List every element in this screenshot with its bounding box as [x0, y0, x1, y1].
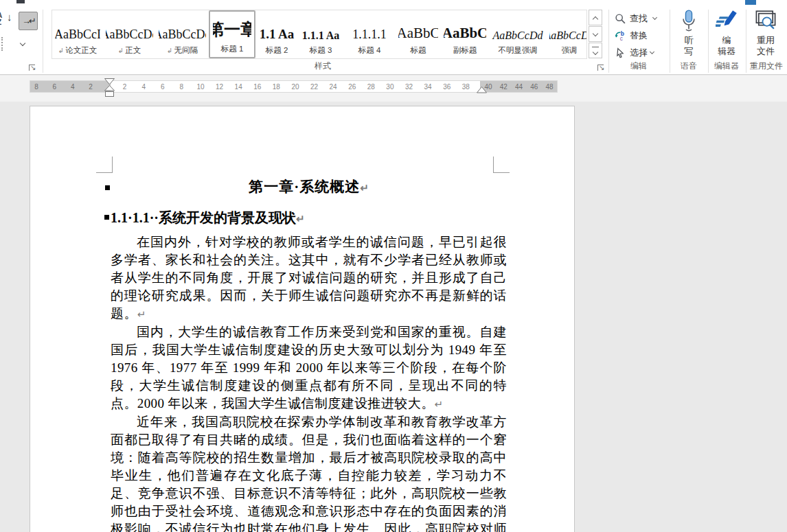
ruler-text-area: 2468101214161820222426283032343638 [111, 81, 480, 92]
style-item-subtitle[interactable]: AaBbC 副标题 [441, 10, 489, 58]
borders-split-button-partial[interactable] [0, 37, 26, 52]
show-hide-marks-toggle[interactable]: →↵ [19, 12, 38, 30]
right-indent-marker[interactable] [477, 86, 487, 93]
select-button[interactable]: 选择 [615, 45, 654, 61]
linked-style-icon: ↲ [118, 47, 124, 54]
chevron-down-icon [650, 49, 654, 54]
styles-group-label: 样式 [261, 60, 385, 72]
reuse-files-icon [754, 10, 777, 33]
editor-button[interactable]: 编 辑器 [709, 10, 744, 65]
gallery-scroll-down-button[interactable] [589, 26, 602, 42]
ruler-zone: 8642 2468101214161820222426283032343638 … [0, 76, 787, 102]
gallery-scroll-up-button[interactable] [589, 10, 602, 25]
search-icon [615, 13, 626, 25]
editor-group-label: 编辑器 [709, 60, 744, 72]
style-item-no-spacing[interactable]: AaBbCcDd ↲无间隔 [156, 10, 209, 58]
group-separator [43, 10, 43, 73]
launcher-arrow-icon: ↘ [599, 64, 604, 71]
ruler-right-margin: 4042444648 [480, 81, 557, 92]
editor-pen-icon [716, 10, 738, 33]
borders-icon [1, 37, 3, 51]
chevron-down-icon [593, 49, 598, 54]
style-item-heading3[interactable]: 1.1.1 Aa 标题 3 [298, 10, 343, 58]
reuse-files-group-label: 重用文件 [746, 60, 787, 72]
window-top-strip [0, 0, 787, 7]
style-item-thesis-body[interactable]: AaBbCcI ↲论文正文 [52, 10, 103, 58]
gallery-scroll-controls [589, 10, 602, 59]
group-separator [608, 10, 609, 73]
style-item-heading1-selected[interactable]: 第一章 标题 1 [209, 10, 255, 58]
chevron-up-icon [593, 16, 598, 21]
document-content[interactable]: 第一章·系统概述↵ 1.1·1.1··系统开发的背景及现状↵ 在国内外，针对学校… [30, 106, 575, 532]
document-page[interactable]: 第一章·系统概述↵ 1.1·1.1··系统开发的背景及现状↵ 在国内外，针对学校… [30, 106, 575, 532]
linked-style-icon: ↲ [58, 47, 64, 54]
replace-icon: b c [615, 30, 626, 42]
find-button[interactable]: 查找 [615, 10, 657, 27]
first-line-indent-marker[interactable] [104, 78, 115, 85]
body-paragraph[interactable]: 近年来，我国高职院校在探索办学体制改革和教育教学改革方面都已取得了有目共睹的成绩… [111, 413, 507, 532]
body-paragraphs: 在国内外，针对学校的教师或者学生的诚信问题，早已引起很多学者、家长和社会的关注。… [111, 233, 507, 532]
cursor-arrow-icon [615, 47, 626, 59]
document-canvas: 第一章·系统概述↵ 1.1·1.1··系统开发的背景及现状↵ 在国内外，针对学校… [0, 102, 787, 532]
style-item-body[interactable]: AaBbCcDd ↲正文 [103, 10, 156, 58]
body-paragraph[interactable]: 国内，大学生的诚信教育工作历来受到党和国家的重视。自建国后，我国大学生诚信制度建… [111, 323, 507, 413]
window-chrome-remnant [16, 0, 25, 3]
style-item-subtle-emphasis[interactable]: AaBbCcDd 不明显强调 [489, 10, 547, 58]
sort-icon[interactable]: AZ ↓ [0, 12, 16, 30]
hanging-indent-left-indent-marker[interactable] [104, 85, 115, 97]
style-item-title[interactable]: AaBbC 标题 [396, 10, 441, 58]
gallery-more-button[interactable] [589, 43, 602, 58]
paragraph-mark: ↵ [296, 213, 305, 224]
group-separator [670, 10, 670, 73]
chapter-title[interactable]: 第一章·系统概述↵ [111, 177, 507, 198]
launcher-arrow-icon: ↘ [30, 64, 36, 71]
style-item-heading2[interactable]: 1.1 Aa 标题 2 [255, 10, 298, 58]
style-item-heading4[interactable]: 1.1.1.1 标题 4 [343, 10, 396, 58]
svg-text:c: c [620, 35, 624, 42]
paragraph-dialog-launcher[interactable]: ↘ [29, 65, 37, 73]
styles-gallery: AaBbCcI ↲论文正文 AaBbCcDd ↲正文 AaBbCcDd ↲无间隔… [52, 10, 587, 59]
microphone-icon [678, 10, 699, 33]
linked-style-icon: ↲ [167, 47, 172, 54]
chevron-down-icon [652, 15, 657, 20]
paragraph-mark: ↵ [360, 183, 369, 194]
chevron-down-icon [593, 30, 598, 36]
replace-button[interactable]: b c 替换 [615, 27, 648, 44]
editing-group-label: 编辑 [615, 60, 663, 72]
voice-group-label: 语音 [671, 60, 707, 72]
chevron-down-icon [20, 41, 25, 46]
ribbon-home-tab-area: AZ ↓ →↵ ↘ AaBbCcI ↲论文正文 AaBbCcDd ↲正文 AaB… [0, 7, 787, 75]
window-chrome-remnant-blue [745, 0, 756, 5]
ruler-left-margin: 8642 [30, 81, 111, 92]
word-window: AZ ↓ →↵ ↘ AaBbCcI ↲论文正文 AaBbCcDd ↲正文 AaB… [0, 0, 787, 532]
style-item-emphasis[interactable]: AaBbCcDd 强调 [547, 10, 587, 58]
reuse-files-button[interactable]: 重用 文件 [748, 10, 784, 65]
dictate-button[interactable]: 听 写 [671, 10, 707, 65]
section-heading[interactable]: 1.1·1.1··系统开发的背景及现状↵ [111, 209, 507, 228]
styles-dialog-launcher[interactable]: ↘ [597, 65, 606, 73]
body-paragraph[interactable]: 在国内外，针对学校的教师或者学生的诚信问题，早已引起很多学者、家长和社会的关注。… [111, 233, 507, 323]
